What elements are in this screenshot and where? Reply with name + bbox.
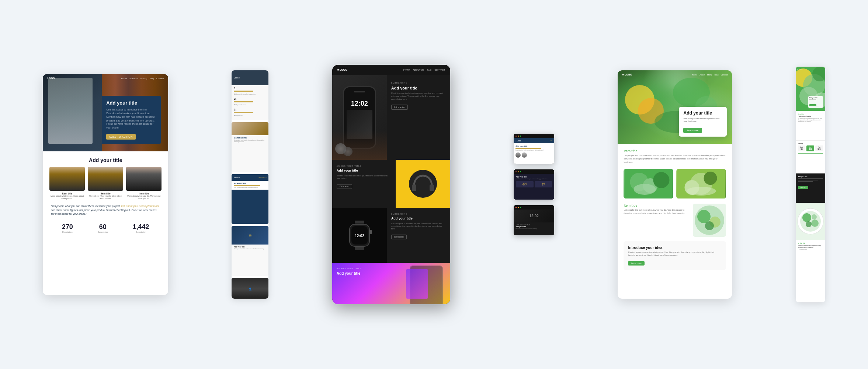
- t3-nav-faq[interactable]: FAQ: [427, 69, 431, 71]
- t2-mini-3-logo: ■ LOGO: [234, 177, 239, 179]
- t1-nav-home[interactable]: Home: [121, 77, 127, 80]
- t1-stat-2-label: Description: [98, 231, 108, 233]
- t6-dark-line-2: [798, 180, 818, 180]
- t1-member-1: Item title More about what you do. More …: [49, 167, 85, 200]
- t5-intro-title: Introduce your idea: [628, 246, 722, 250]
- t2-mini-4-text: Description text for this content area b…: [234, 249, 266, 250]
- t6-dark-line-1: [798, 178, 823, 179]
- t1-hero-card: Add your title Use this space to introdu…: [102, 96, 161, 144]
- t1-member-2: Item title More about what you do. More …: [88, 167, 123, 200]
- t5-nav-contact[interactable]: Contact: [721, 74, 728, 76]
- t4-tablet-2: Add your title Use this space to describ…: [514, 169, 554, 200]
- t1-stats: 270 Description 60 Description 1,442 Des…: [49, 220, 162, 236]
- t1-stat-1-label: Description: [62, 231, 73, 233]
- t2-mini-3-title: MCALLISTER: [234, 182, 266, 184]
- t4-tablet-3-text: Description content area below the headi…: [515, 228, 552, 230]
- t6-food-section-2: [796, 203, 825, 240]
- svg-point-38: [802, 213, 811, 222]
- t1-content: Add your title Item title More about wha…: [43, 151, 168, 242]
- t4-tablet-1-header: [514, 134, 554, 138]
- template-list: ■ LOGO 1. Add your title here for this s…: [232, 70, 268, 299]
- t3-cta-1[interactable]: Call to action: [391, 105, 408, 110]
- t5-section-2-text-col: Item title Let people find out more abou…: [624, 204, 689, 237]
- t1-logo: LOGO: [47, 77, 55, 80]
- t3-phone-section: 12:02: [332, 75, 387, 160]
- t2-mini-4-img: ⚖: [232, 226, 268, 245]
- t3-row-4: AS ADD YOUR TITLE Add your title: [332, 263, 450, 304]
- t5-nav-menu[interactable]: Menu: [707, 74, 712, 76]
- t5-content: Item title Let people find out more abou…: [618, 144, 732, 279]
- t1-stat-2-num: 60: [98, 223, 108, 231]
- t5-salad-svg-2: [676, 169, 726, 198]
- t5-hero-cta[interactable]: Learn more: [683, 128, 702, 133]
- t1-nav-blog[interactable]: Blog: [149, 77, 154, 80]
- t2-mini-2-img: [232, 122, 268, 135]
- t4-person-1: [515, 152, 521, 158]
- t6-food-hero: ■ LOGO Add your title Description here L…: [796, 67, 825, 111]
- t6-hero-cta[interactable]: Learn more: [809, 104, 816, 106]
- t3-subtitle-2: AS ADD YOUR TITLE: [337, 165, 391, 167]
- t4-stat-a-num: 270: [517, 182, 533, 185]
- t6-dark-cta[interactable]: Learn more: [798, 186, 808, 189]
- t5-hero-text: Use this space to introduce yourself and…: [683, 117, 722, 123]
- t5-section-2-label: Item title: [624, 204, 689, 207]
- t6-price-pro-num: $19: [808, 148, 813, 150]
- svg-rect-2: [430, 184, 434, 191]
- t3-cta-3[interactable]: Call to action: [391, 235, 407, 239]
- t4-dot-green-3: [520, 207, 521, 208]
- template-food: ■ LOGO Home About Menu Blog Contact Add …: [618, 70, 732, 299]
- t3-phone-time-display: 12:02: [351, 100, 368, 108]
- t1-hero-cta[interactable]: CALL TO ACTION: [106, 134, 136, 140]
- t1-member-3-title: Item title: [126, 192, 162, 195]
- t1-stat-3-label: Description: [133, 231, 149, 233]
- t4-tablet-1-person-icons: [515, 152, 552, 158]
- t2-mini-3-tagline: ATTORNEYS: [258, 177, 266, 178]
- t3-nav-start[interactable]: START: [403, 69, 410, 71]
- t2-mini-5: 👤 Add your title Subtitle description te…: [232, 278, 268, 299]
- t3-nav-contact[interactable]: CONTACT: [434, 69, 445, 71]
- t2-list-bar-1: [234, 91, 253, 92]
- t4-dot-yellow-2: [518, 171, 519, 172]
- t3-row-1: 12:02 SUBHEADING Add your title Use this…: [332, 75, 450, 160]
- t2-mini-2-content: Carter Morris Description text here for …: [232, 135, 268, 144]
- t6-section-text: Let people find out more about what you …: [798, 118, 823, 123]
- t6-price-pro: Pro $19: [806, 145, 814, 151]
- t1-member-1-desc: More about what you do. More about what …: [49, 195, 85, 200]
- t4-tablet-1-title: Add your title: [515, 145, 552, 147]
- t5-intro-cta[interactable]: Learn more: [628, 261, 644, 266]
- t5-section-1-text: Let people find out more about what your…: [624, 154, 726, 164]
- t1-nav-solutions[interactable]: Solutions: [129, 77, 138, 80]
- t1-member-2-photo: [88, 167, 123, 191]
- t1-stat-1-num: 270: [62, 223, 73, 231]
- t4-stat-a-label: Desc: [517, 185, 533, 187]
- t4-tablet-1-content: Add your title Description text for the …: [514, 143, 554, 164]
- t6-section-heading: Food section heading: [798, 116, 823, 117]
- t6-logo: ■ LOGO: [798, 68, 803, 70]
- t4-tablet-3-content: Add your title Add your title Descriptio…: [514, 222, 554, 231]
- t6-hero-card-title: Add your title: [809, 97, 822, 99]
- t1-navbar: LOGO Home Solutions Pricing Blog Contact: [43, 77, 168, 80]
- t3-navbar: ■ LOGO START ABOUT US FAQ CONTACT: [332, 65, 450, 75]
- t2-mini-5-img: 👤: [232, 278, 268, 299]
- t3-nav-about[interactable]: ABOUT US: [413, 69, 424, 71]
- t4-tablet-3: 12:02 Add your title Add your title Desc…: [514, 205, 554, 235]
- t1-nav-contact[interactable]: Contact: [156, 77, 164, 80]
- svg-rect-8: [369, 230, 372, 234]
- t3-cta-2[interactable]: Call to action: [337, 184, 352, 189]
- t4-tablet-3-header: [514, 205, 554, 210]
- t5-nav-about[interactable]: About: [699, 74, 705, 76]
- t4-dot-yellow-1: [518, 136, 519, 137]
- t6-price-basic: Basic $9: [798, 145, 806, 151]
- t1-team: Item title More about what you do. More …: [49, 167, 162, 200]
- t3-text-section-1: SUBHEADING Add your title Use this space…: [387, 75, 450, 160]
- t5-nav-blog[interactable]: Blog: [714, 74, 718, 76]
- t5-navbar: ■ LOGO Home About Menu Blog Contact: [618, 73, 732, 76]
- svg-point-26: [697, 210, 711, 223]
- t1-stat-1: 270 Description: [62, 223, 73, 233]
- t4-stat-b-label: Desc: [535, 185, 552, 187]
- t2-mini-4-content: Add your title Description text for this…: [232, 245, 268, 252]
- t2-mini-3-divider: [234, 185, 260, 186]
- svg-rect-4: [355, 247, 364, 250]
- t1-nav-pricing[interactable]: Pricing: [140, 77, 147, 80]
- t5-nav-home[interactable]: Home: [692, 74, 698, 76]
